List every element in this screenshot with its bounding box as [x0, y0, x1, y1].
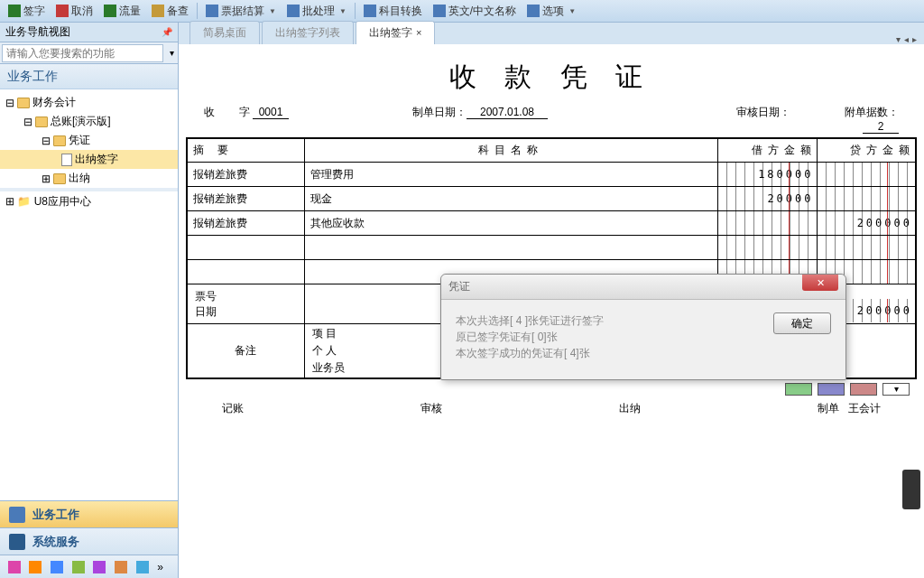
search-input[interactable] — [2, 44, 163, 62]
signature-footer: 记账 审核 出纳 制单 王会计 — [186, 396, 917, 416]
sign-cashier: 出纳 — [619, 401, 641, 416]
confirm-dialog: 凭证 ✕ 本次共选择[ 4 ]张凭证进行签字 原已签字凭证有[ 0]张 本次签字… — [440, 274, 846, 380]
close-icon[interactable]: × — [416, 27, 421, 38]
monitor-icon — [9, 534, 25, 550]
toolbar-sign[interactable]: 签字 — [4, 3, 50, 20]
folder-icon — [35, 117, 48, 127]
tab-simple-desktop[interactable]: 简易桌面 — [189, 21, 260, 44]
pin-icon[interactable]: 📌 — [162, 27, 172, 37]
chart-icon — [9, 507, 25, 523]
toolbar-lang-toggle[interactable]: 英文/中文名称 — [429, 3, 521, 20]
mini-icon-1[interactable] — [8, 561, 21, 573]
folder-icon — [53, 135, 66, 146]
sign-record: 记账 — [222, 401, 244, 416]
attach-count: 2 — [863, 120, 899, 134]
table-row[interactable]: 报销差旅费 其他应收款 200000 — [187, 211, 916, 236]
mini-icon-5[interactable] — [93, 561, 106, 573]
toolbar-options[interactable]: 选项▼ — [522, 3, 580, 20]
tree-cashier-sign[interactable]: 出纳签字 — [0, 150, 178, 169]
mini-icon-4[interactable] — [72, 561, 85, 573]
toolbar-backup[interactable]: 备查 — [147, 3, 193, 20]
voucher-action-bar: ▾ — [193, 383, 910, 396]
voucher-title: 收 款 凭 证 — [186, 59, 917, 96]
tab-cashier-sign[interactable]: 出纳签字× — [356, 21, 435, 44]
folder-icon — [53, 173, 66, 184]
search-dropdown-icon[interactable]: ▾ — [165, 48, 178, 58]
voucher-number: 0001 — [253, 106, 289, 119]
bottom-icons: » — [0, 555, 178, 578]
tree-finance-accounting[interactable]: ⊟财务会计 — [0, 93, 178, 112]
tab-bar: 简易桌面 出纳签字列表 出纳签字× ▾ ◂ ▸ — [179, 23, 924, 44]
dialog-message: 本次共选择[ 4 ]张凭证进行签字 原已签字凭证有[ 0]张 本次签字成功的凭证… — [456, 312, 773, 361]
folder-icon — [17, 98, 30, 108]
toolbar-batch[interactable]: 批处理▼ — [282, 3, 351, 20]
side-collapsed-tab[interactable] — [902, 470, 920, 509]
action-icon-2[interactable] — [818, 383, 845, 396]
table-row[interactable]: 报销差旅费 现金 20000 — [187, 187, 916, 211]
tab-nav-prev[interactable]: ▾ — [896, 34, 901, 44]
dialog-title-bar[interactable]: 凭证 ✕ — [441, 275, 845, 300]
section-biz-work[interactable]: 业务工作 — [0, 64, 178, 89]
action-down-icon[interactable]: ▾ — [882, 383, 910, 396]
toolbar-flow[interactable]: 流量 — [99, 3, 145, 20]
action-icon-3[interactable] — [850, 383, 877, 396]
dialog-ok-button[interactable]: 确定 — [773, 312, 831, 334]
tab-nav-right[interactable]: ▸ — [912, 34, 917, 44]
dialog-close-button[interactable]: ✕ — [802, 275, 838, 291]
sign-audit: 审核 — [420, 401, 442, 416]
chevron-down-icon: ▼ — [339, 7, 346, 15]
tab-nav-left[interactable]: ◂ — [904, 34, 909, 44]
toolbar-cancel[interactable]: 取消 — [51, 3, 97, 20]
toolbar-subject-convert[interactable]: 科目转换 — [359, 3, 427, 20]
voucher-document: 收 款 凭 证 收 字 0001 制单日期：2007.01.08 审核日期：附单… — [179, 44, 924, 578]
col-summary: 摘 要 — [187, 138, 304, 163]
col-subject: 科目名称 — [304, 138, 717, 163]
nav-tree: ⊟财务会计 ⊟总账[演示版] ⊟凭证 出纳签字 ⊞出纳 ⊞ 📁 U8应用中心 — [0, 89, 178, 500]
table-row[interactable] — [187, 236, 916, 260]
mini-icon-2[interactable] — [29, 561, 42, 573]
table-row[interactable]: 报销差旅费 管理费用 180000 — [187, 163, 916, 187]
mini-icon-7[interactable] — [136, 561, 149, 573]
nav-system-service[interactable]: 系统服务 — [0, 527, 178, 555]
nav-biz-work[interactable]: 业务工作 — [0, 500, 178, 527]
col-debit: 借方金额 — [717, 138, 817, 163]
col-credit: 贷方金额 — [817, 138, 916, 163]
bottom-nav: 业务工作 系统服务 » — [0, 500, 178, 578]
mini-icon-6[interactable] — [115, 561, 127, 573]
toolbar-bill-settle[interactable]: 票据结算▼ — [201, 3, 281, 20]
tree-voucher[interactable]: ⊟凭证 — [0, 131, 178, 150]
main-toolbar: 签字 取消 流量 备查 票据结算▼ 批处理▼ 科目转换 英文/中文名称 选项▼ — [0, 0, 924, 23]
file-icon — [61, 154, 72, 166]
tree-general-ledger[interactable]: ⊟总账[演示版] — [0, 112, 178, 131]
expand-icon[interactable]: » — [157, 561, 170, 573]
tree-cashier[interactable]: ⊞出纳 — [0, 169, 178, 188]
voucher-date: 2007.01.08 — [467, 106, 548, 119]
u8-app-center[interactable]: ⊞ 📁 U8应用中心 — [0, 191, 178, 212]
action-icon-1[interactable] — [785, 383, 812, 396]
sign-maker: 制单 王会计 — [818, 401, 881, 416]
sidebar: 业务导航视图 📌 ▾ 业务工作 ⊟财务会计 ⊟总账[演示版] ⊟凭证 出纳签字 … — [0, 23, 179, 578]
mini-icon-3[interactable] — [51, 561, 63, 573]
content-area: 简易桌面 出纳签字列表 出纳签字× ▾ ◂ ▸ 收 款 凭 证 收 字 0001… — [179, 23, 924, 578]
tab-cashier-sign-list[interactable]: 出纳签字列表 — [262, 21, 354, 44]
chevron-down-icon: ▼ — [269, 7, 276, 15]
chevron-down-icon: ▼ — [568, 7, 576, 15]
sidebar-title: 业务导航视图 📌 — [0, 23, 178, 42]
